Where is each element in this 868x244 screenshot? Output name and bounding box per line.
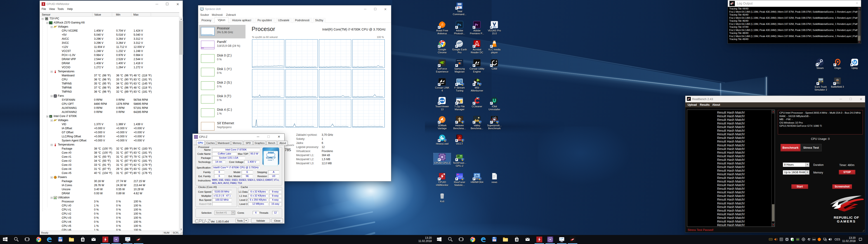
svg-text:Ps: Ps	[458, 23, 461, 27]
svg-text:SAMSUNG: SAMSUNG	[457, 60, 462, 61]
svg-text:SSD: SSD	[813, 239, 816, 240]
svg-text:60: 60	[457, 174, 458, 175]
svg-text:Pr: Pr	[475, 23, 478, 27]
